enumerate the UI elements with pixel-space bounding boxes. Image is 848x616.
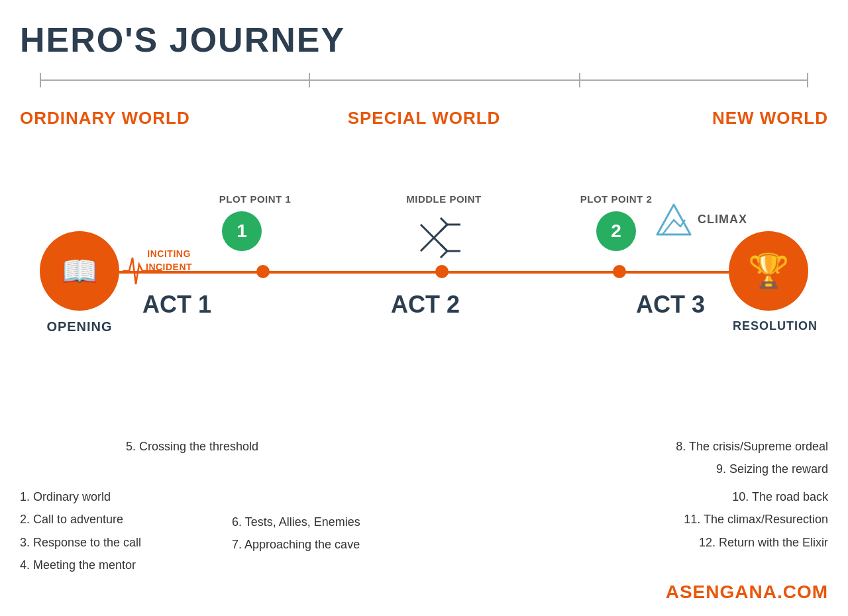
pp2-circle: 2 (596, 211, 636, 251)
step3: 3. Response to the call (20, 531, 232, 554)
ruler-tick-mid2 (579, 73, 580, 87)
opening-label: OPENING (40, 319, 119, 334)
pp1-circle: 1 (222, 211, 262, 251)
page: HERO'S JOURNEY ORDINARY WORLD SPECIAL WO… (0, 0, 848, 616)
resolution-label: RESOLUTION (729, 319, 822, 333)
step8-9-area: 8. The crisis/Supreme ordeal 9. Seizing … (364, 435, 828, 480)
step8: 8. The crisis/Supreme ordeal (364, 435, 828, 458)
ordinary-world-label: ORDINARY WORLD (20, 108, 290, 128)
shuffle-icon (417, 215, 464, 261)
new-world-label: NEW WORLD (558, 108, 828, 128)
plot-point-1-label: PLOT POINT 1 (209, 193, 301, 205)
steps-row2: 1. Ordinary world 2. Call to adventure 3… (20, 486, 828, 576)
pp2-dot (613, 265, 626, 278)
step2: 2. Call to adventure (20, 508, 232, 531)
step10: 10. The road back (484, 486, 828, 508)
steps-col3: 10. The road back 11. The climax/Resurec… (484, 486, 828, 554)
timeline-ruler (20, 79, 828, 96)
resolution-circle: 🏆 (729, 231, 808, 311)
act2-label: ACT 2 (391, 291, 460, 319)
ruler-tick-left (40, 73, 41, 87)
middle-point-label: MIDDLE POINT (394, 193, 494, 205)
climax-label: CLIMAX (698, 213, 747, 227)
step5: 5. Crossing the threshold (20, 435, 364, 480)
worlds-row: ORDINARY WORLD SPECIAL WORLD NEW WORLD (20, 108, 828, 128)
step12: 12. Return with the Elixir (484, 531, 828, 554)
ruler-line (40, 79, 808, 81)
ruler-tick-right (807, 73, 808, 87)
journey-area: 📖 OPENING INCITING INCIDENT PLOT POINT 1… (20, 148, 828, 334)
step7: 7. Approaching the cave (232, 533, 484, 556)
brand-label: ASENGANA.COM (666, 582, 828, 603)
step1: 1. Ordinary world (20, 486, 232, 508)
steps-section: 5. Crossing the threshold 8. The crisis/… (20, 435, 828, 576)
step11: 11. The climax/Resurection (484, 508, 828, 531)
plot-point-2-label: PLOT POINT 2 (563, 193, 669, 205)
steps-col1: 1. Ordinary world 2. Call to adventure 3… (20, 486, 232, 576)
steps-row1: 5. Crossing the threshold 8. The crisis/… (20, 435, 828, 480)
trophy-icon: 🏆 (748, 252, 789, 290)
steps-col2: 6. Tests, Allies, Enemies 7. Approaching… (232, 486, 484, 556)
mountain-icon (656, 201, 692, 238)
page-title: HERO'S JOURNEY (20, 20, 828, 60)
inciting-incident-label: INCITING INCIDENT (146, 248, 192, 274)
special-world-label: SPECIAL WORLD (290, 108, 559, 128)
step6: 6. Tests, Allies, Enemies (232, 511, 484, 533)
book-icon: 📖 (61, 254, 98, 289)
climax-area: CLIMAX (656, 201, 747, 238)
ruler-tick-mid1 (309, 73, 310, 87)
act1-label: ACT 1 (142, 291, 211, 319)
act3-label: ACT 3 (636, 291, 705, 319)
step9: 9. Seizing the reward (364, 458, 828, 480)
opening-circle: 📖 (40, 231, 119, 311)
step4: 4. Meeting the mentor (20, 554, 232, 576)
pp1-dot (256, 265, 270, 278)
middle-dot (435, 265, 449, 278)
